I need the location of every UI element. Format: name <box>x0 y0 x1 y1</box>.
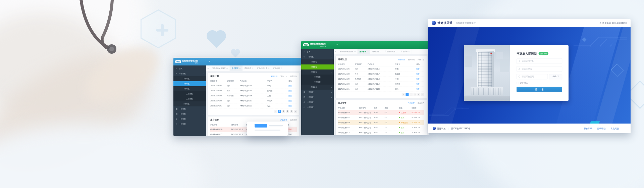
tab-close-icon[interactable] <box>396 51 397 52</box>
view-link[interactable]: 查看 <box>416 78 424 80</box>
sidebar-item[interactable]: 一级导航 ∧ <box>301 54 334 59</box>
collapse-tabs-icon[interactable] <box>334 49 338 54</box>
tab-close-icon[interactable] <box>226 67 228 69</box>
inventory-filter-link[interactable]: 高值库存 <box>418 102 424 104</box>
view-link[interactable]: 查看 <box>288 90 297 92</box>
pager-item[interactable]: 3 <box>286 110 289 113</box>
tab[interactable]: 用户管理 <box>230 65 243 71</box>
remember-checkbox[interactable] <box>517 82 519 84</box>
view-link[interactable]: 查看 <box>288 85 297 87</box>
pager-item[interactable]: 2 <box>410 93 413 96</box>
tab-close-icon[interactable] <box>281 67 282 69</box>
tab-close-icon[interactable] <box>239 67 240 69</box>
tab[interactable]: 通知公告 <box>243 65 255 71</box>
username-field[interactable]: 请填写用户名 <box>517 59 562 64</box>
view-link[interactable]: 查看 <box>416 73 424 75</box>
inventory-filter-link[interactable]: 产品库存 <box>280 119 287 121</box>
sidebar-item[interactable]: 二级导航 ∨ <box>173 101 206 106</box>
sidebar-item[interactable]: 一级导航 ∨ <box>301 95 334 100</box>
view-link[interactable]: 查看 <box>416 88 424 90</box>
footer-link[interactable]: 密钥驱动 <box>595 127 608 130</box>
section-title: 请领计划 <box>338 58 346 61</box>
status-dot <box>399 117 400 118</box>
tab[interactable]: 产品出库 <box>399 49 412 54</box>
plan-filter-link[interactable]: 高值计划 <box>290 75 297 77</box>
tab[interactable]: 资质证件效期预警 <box>210 65 230 71</box>
sidebar-item[interactable]: 一级导航 <box>173 122 206 127</box>
sidebar-item[interactable]: 三级导航 <box>173 96 206 101</box>
sidebar-item-icon <box>176 113 178 115</box>
sidebar-item[interactable]: 二级导航 ∧ <box>301 69 334 75</box>
plan-filter-link[interactable]: 高值计划 <box>418 58 424 60</box>
inventory-filter-link[interactable]: 产品库存 <box>408 102 415 104</box>
chevron-icon: ∨ <box>331 91 332 93</box>
tab-close-icon[interactable] <box>252 67 253 69</box>
tab-close-icon[interactable] <box>409 51 410 52</box>
sidebar-item[interactable]: 三级导航 <box>301 75 334 80</box>
sidebar-item[interactable]: 首页 <box>173 66 206 71</box>
pager-item[interactable]: 4 <box>290 110 293 113</box>
captcha-image[interactable]: 6+8=? <box>549 74 562 79</box>
lock-icon <box>518 68 521 70</box>
pager-item[interactable]: 1 <box>406 93 409 96</box>
sidebar-item[interactable]: 二级导航 <box>301 64 334 69</box>
sidebar-item[interactable]: 一级导航 <box>173 116 206 122</box>
sidebar-item[interactable]: 二级导航 ∨ <box>301 85 334 90</box>
hospital-logo-mark <box>490 53 492 54</box>
pager-item[interactable]: 1 <box>278 110 281 113</box>
captcha-field[interactable]: 请填写验证码 <box>517 74 548 79</box>
remember-password[interactable]: 记住密码 <box>517 82 562 85</box>
sidebar-item[interactable]: 一级导航 <box>301 105 334 110</box>
tab[interactable]: 资质证件效期预警 <box>338 49 358 54</box>
sidebar-item[interactable]: 一级导航 ∨ <box>301 90 334 95</box>
plan-filter-link[interactable]: 领用计划 <box>398 58 405 60</box>
tab[interactable]: 产品分类设置 <box>255 65 271 71</box>
pager-item[interactable]: 3 <box>414 93 417 96</box>
pager-item[interactable]: 4 <box>417 93 420 96</box>
pager-item[interactable]: › <box>421 93 424 96</box>
plan-filter-link[interactable]: 采购计划 <box>271 75 277 77</box>
sidebar-item[interactable]: 一级导航 <box>301 100 334 105</box>
hamburger-menu-icon[interactable] <box>336 43 338 46</box>
action-button[interactable] <box>255 124 267 128</box>
sidebar-item[interactable]: 三级导航 <box>301 80 334 85</box>
tab[interactable]: 产品出库 <box>271 65 284 71</box>
inventory-filter-link[interactable]: 高值库存 <box>290 119 297 121</box>
user-icon <box>518 60 521 62</box>
sidebar-item[interactable]: 首页 <box>301 49 334 54</box>
view-link[interactable]: 查看 <box>416 68 424 70</box>
pager-item[interactable]: 2 <box>282 110 285 113</box>
tab-close-icon[interactable] <box>268 67 269 69</box>
tab[interactable]: 用户管理 <box>358 49 370 54</box>
plan-filter-link[interactable]: 预约计划 <box>408 58 415 60</box>
tab[interactable]: 产品分类设置 <box>383 49 399 54</box>
sidebar-item[interactable]: 二级导航 <box>301 59 334 64</box>
column-header: 规格型号 <box>231 124 246 126</box>
hamburger-menu-icon[interactable] <box>209 60 210 63</box>
tab-close-icon[interactable] <box>367 51 368 52</box>
login-button[interactable]: 登 录 <box>517 87 562 92</box>
sidebar-item[interactable]: 二级导航 <box>173 76 206 81</box>
footer-link[interactable]: 操作说明 <box>582 127 595 130</box>
collapse-tabs-icon[interactable] <box>206 65 210 71</box>
sidebar-item[interactable]: 一级导航 ∨ <box>173 111 206 116</box>
sidebar-item[interactable]: 一级导航 ∨ <box>173 106 206 111</box>
password-field[interactable]: 请填写密码 <box>517 66 562 72</box>
app-subtitle: 管理端 <box>195 62 198 64</box>
tab[interactable]: 通知公告 <box>370 49 383 54</box>
plan-filter-link[interactable]: 预约计划 <box>280 75 287 77</box>
sidebar-item[interactable]: 二级导航 ∧ <box>173 86 206 91</box>
sidebar-item[interactable]: 二级导航 <box>173 81 206 86</box>
sidebar-item[interactable]: 一级导航 ∧ <box>173 71 206 76</box>
view-link[interactable]: 查看 <box>416 83 424 85</box>
tab-close-icon[interactable] <box>354 51 356 52</box>
footer-link[interactable]: 常见问题 <box>608 127 621 130</box>
tab-close-icon[interactable] <box>380 51 381 52</box>
pager-item[interactable]: › <box>294 110 297 113</box>
view-link[interactable]: 查看 <box>288 100 297 102</box>
pager-item[interactable]: ‹ <box>274 110 277 113</box>
view-link[interactable]: 查看 <box>288 95 297 97</box>
sidebar-item[interactable]: 三级导航 <box>173 91 206 96</box>
view-link[interactable]: 查看 <box>288 105 297 107</box>
pager-item[interactable]: ‹ <box>402 93 405 96</box>
